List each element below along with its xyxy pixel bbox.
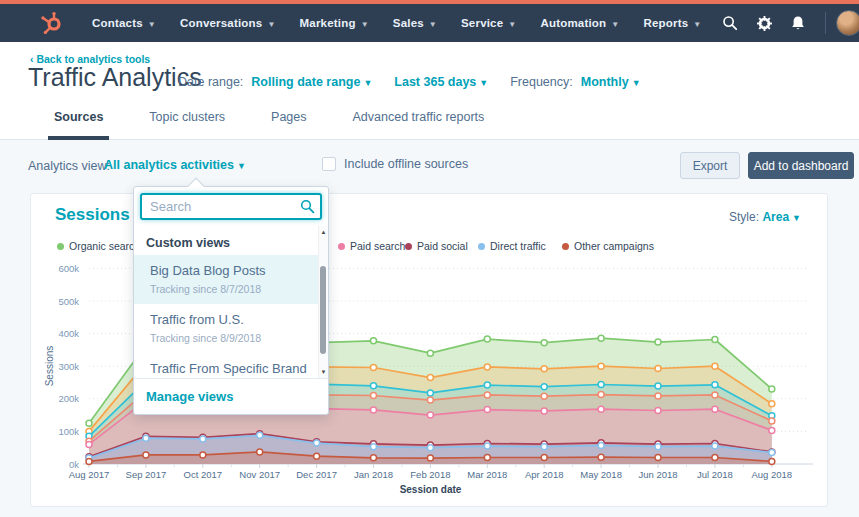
legend-dot-icon xyxy=(57,243,64,250)
dropdown-scrollbar[interactable]: ▲ ▼ xyxy=(318,226,328,378)
svg-text:Nov 2017: Nov 2017 xyxy=(239,469,280,480)
nav-item-sales[interactable]: Sales▼ xyxy=(381,17,449,29)
search-icon xyxy=(300,199,315,214)
view-option-traffic-from-u-s-[interactable]: Traffic from U.S.Tracking since 8/9/2018 xyxy=(134,304,328,353)
legend-dot-icon xyxy=(562,243,569,250)
date-range-label: Date range: xyxy=(178,75,243,89)
analytics-view-label: Analytics view: xyxy=(28,159,110,173)
date-range-value-dropdown[interactable]: Last 365 days▼ xyxy=(394,75,488,89)
export-button[interactable]: Export xyxy=(680,152,740,179)
svg-text:300k: 300k xyxy=(58,361,79,372)
chevron-down-icon: ▼ xyxy=(363,78,372,88)
legend-dot-icon xyxy=(478,243,485,250)
chevron-down-icon: ▼ xyxy=(611,20,619,29)
date-controls: Date range: Rolling date range▼ Last 365… xyxy=(178,75,663,89)
analytics-view-dropdown-panel: Custom views Big Data Blog PostsTracking… xyxy=(133,186,329,415)
svg-text:0k: 0k xyxy=(69,459,79,470)
frequency-dropdown[interactable]: Monthly▼ xyxy=(581,75,641,89)
svg-text:Feb 2018: Feb 2018 xyxy=(410,469,450,480)
tab-sources[interactable]: Sources xyxy=(48,110,109,140)
legend-item-paid-search[interactable]: Paid search xyxy=(338,240,405,252)
search-icon[interactable] xyxy=(713,4,747,42)
chevron-down-icon: ▼ xyxy=(237,161,246,171)
add-to-dashboard-button[interactable]: Add to dashboard xyxy=(748,152,854,179)
tab-topic-clusters[interactable]: Topic clusters xyxy=(143,110,231,140)
tab-advanced-traffic-reports[interactable]: Advanced traffic reports xyxy=(347,110,491,140)
user-avatar[interactable] xyxy=(836,10,859,36)
chevron-down-icon: ▼ xyxy=(508,20,516,29)
tab-pages[interactable]: Pages xyxy=(265,110,312,140)
chevron-down-icon: ▼ xyxy=(792,213,801,223)
svg-text:100k: 100k xyxy=(58,426,79,437)
top-navbar: Contacts▼Conversations▼Marketing▼Sales▼S… xyxy=(0,4,859,42)
svg-text:Aug 2017: Aug 2017 xyxy=(69,469,110,480)
svg-text:Oct 2017: Oct 2017 xyxy=(184,469,223,480)
svg-text:Sep 2017: Sep 2017 xyxy=(126,469,167,480)
x-axis-title: Session date xyxy=(89,484,772,495)
nav-item-marketing[interactable]: Marketing▼ xyxy=(288,17,381,29)
tab-bar: SourcesTopic clustersPagesAdvanced traff… xyxy=(48,110,490,140)
chevron-down-icon: ▼ xyxy=(632,78,641,88)
analytics-view-dropdown-trigger[interactable]: All analytics activities▼ xyxy=(104,158,246,172)
chevron-down-icon: ▼ xyxy=(148,20,156,29)
nav-item-service[interactable]: Service▼ xyxy=(449,17,528,29)
svg-text:Aug 2018: Aug 2018 xyxy=(751,469,792,480)
chevron-down-icon: ▼ xyxy=(267,20,275,29)
chevron-down-icon: ▼ xyxy=(693,20,701,29)
view-option-big-data-blog-posts[interactable]: Big Data Blog PostsTracking since 8/7/20… xyxy=(134,255,328,304)
nav-item-contacts[interactable]: Contacts▼ xyxy=(80,17,168,29)
svg-text:Sessions: Sessions xyxy=(44,346,55,387)
manage-views-link[interactable]: Manage views xyxy=(134,378,328,414)
nav-item-reports[interactable]: Reports▼ xyxy=(631,17,713,29)
legend-item-organic-search[interactable]: Organic search xyxy=(57,240,140,252)
page-header: ‹ Back to analytics tools Traffic Analyt… xyxy=(0,42,859,140)
metric-selector[interactable]: Sessions▼ xyxy=(55,205,144,225)
svg-text:May 2018: May 2018 xyxy=(580,469,622,480)
date-range-type-dropdown[interactable]: Rolling date range▼ xyxy=(251,75,372,89)
legend-item-direct-traffic[interactable]: Direct traffic xyxy=(478,240,546,252)
include-offline-sources[interactable]: Include offline sources xyxy=(322,157,468,171)
svg-text:500k: 500k xyxy=(58,296,79,307)
scroll-up-icon[interactable]: ▲ xyxy=(319,229,328,235)
svg-text:200k: 200k xyxy=(58,393,79,404)
custom-views-list: Custom views Big Data Blog PostsTracking… xyxy=(134,226,328,378)
style-label: Style: xyxy=(729,210,759,224)
offline-sources-label: Include offline sources xyxy=(344,157,468,171)
offline-sources-checkbox[interactable] xyxy=(322,157,336,171)
nav-menu: Contacts▼Conversations▼Marketing▼Sales▼S… xyxy=(80,17,713,29)
legend-item-paid-social[interactable]: Paid social xyxy=(405,240,468,252)
scroll-down-icon[interactable]: ▼ xyxy=(319,369,328,375)
chevron-down-icon: ▼ xyxy=(479,78,488,88)
nav-item-automation[interactable]: Automation▼ xyxy=(528,17,631,29)
svg-text:Jun 2018: Jun 2018 xyxy=(638,469,677,480)
svg-text:Mar 2018: Mar 2018 xyxy=(467,469,507,480)
nav-right: biglytics.net ▼ xyxy=(713,4,859,42)
legend-item-other-campaigns[interactable]: Other campaigns xyxy=(562,240,654,252)
chart-style-control: Style: Area▼ xyxy=(729,210,801,224)
svg-text:Dec 2017: Dec 2017 xyxy=(296,469,337,480)
settings-gear-icon[interactable] xyxy=(747,4,781,42)
nav-item-conversations[interactable]: Conversations▼ xyxy=(168,17,288,29)
hubspot-logo-icon[interactable] xyxy=(40,11,64,35)
view-option-traffic-from-specific-brand[interactable]: Traffic From Specific BrandTracking sinc… xyxy=(134,353,328,378)
chevron-down-icon: ▼ xyxy=(361,20,369,29)
scrollbar-thumb[interactable] xyxy=(320,266,326,354)
page-title: Traffic Analytics xyxy=(28,63,202,92)
svg-text:Jan 2018: Jan 2018 xyxy=(354,469,393,480)
nav-divider xyxy=(825,12,826,34)
legend-dot-icon xyxy=(405,243,412,250)
svg-text:Apr 2018: Apr 2018 xyxy=(525,469,564,480)
frequency-label: Frequency: xyxy=(510,75,573,89)
svg-text:Jul 2018: Jul 2018 xyxy=(697,469,733,480)
svg-text:400k: 400k xyxy=(58,328,79,339)
dropdown-pointer xyxy=(188,178,205,195)
style-dropdown[interactable]: Area▼ xyxy=(762,210,801,224)
chevron-down-icon: ▼ xyxy=(429,20,437,29)
svg-text:600k: 600k xyxy=(58,263,79,274)
notifications-bell-icon[interactable] xyxy=(781,4,815,42)
legend-dot-icon xyxy=(338,243,345,250)
view-search-input[interactable] xyxy=(140,193,322,220)
custom-views-header: Custom views xyxy=(134,226,328,255)
dropdown-search xyxy=(140,193,322,220)
